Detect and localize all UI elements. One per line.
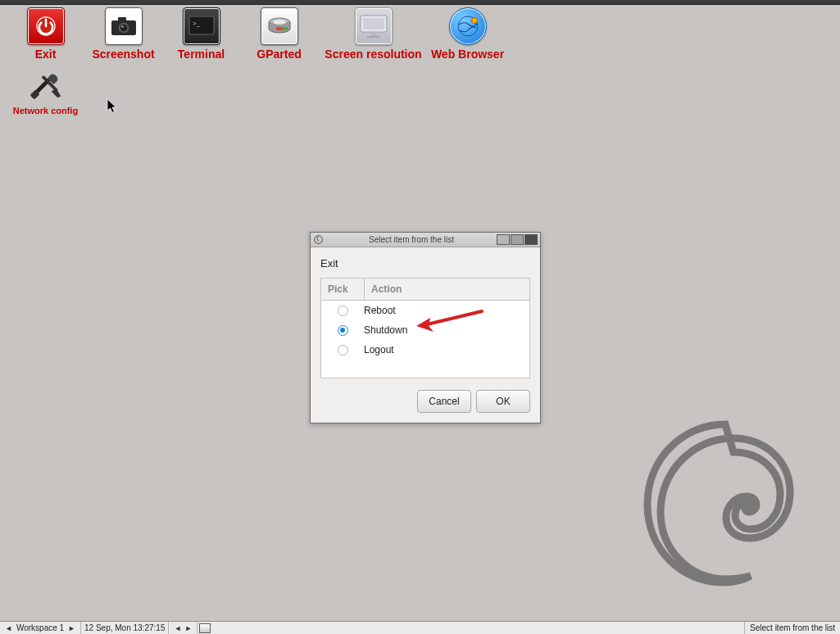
tools-icon (28, 67, 64, 103)
disk-icon (261, 7, 298, 45)
terminal-icon: >_ (183, 7, 220, 45)
desktop-icon-gparted[interactable]: GParted (240, 7, 318, 61)
debian-swirl-logo (611, 392, 815, 605)
window-maximize-button[interactable] (511, 234, 524, 245)
icon-label: Web Browser (431, 48, 504, 61)
desktop-icon-web-browser[interactable]: Web Browser (429, 7, 506, 61)
svg-rect-3 (118, 17, 126, 21)
dialog-button-row: Cancel OK (320, 390, 530, 413)
dialog-body: Exit Pick Action Reboot Shutdown Logout … (311, 247, 540, 423)
svg-rect-15 (370, 34, 377, 36)
desktop-icon-screen-resolution[interactable]: Screen resolution (318, 7, 429, 61)
desktop-icon-screenshot[interactable]: Screenshot (84, 7, 162, 61)
icon-label: Exit (35, 48, 57, 61)
svg-rect-12 (283, 27, 288, 30)
option-row-logout[interactable]: Logout (321, 340, 529, 360)
icon-label: Network config (13, 106, 78, 115)
desktop-icon-row-1: Exit Screenshot >_ Terminal GParted Scre… (0, 6, 840, 62)
dialog-title: Select item from the list (327, 235, 496, 244)
window-close-button[interactable] (524, 234, 538, 245)
svg-rect-14 (363, 18, 384, 29)
dialog-titlebar[interactable]: Select item from the list (311, 233, 540, 247)
globe-icon (449, 7, 487, 45)
window-list-nav[interactable]: ◄ ► (169, 622, 198, 634)
monitor-icon (355, 7, 393, 45)
window-minimize-button[interactable] (497, 234, 510, 245)
grid-header: Pick Action (321, 279, 529, 301)
svg-rect-11 (276, 27, 283, 30)
taskbar[interactable]: ◄ Workspace 1 ► 12 Sep, Mon 13:27:15 ◄ ►… (0, 621, 840, 634)
windowlist-prev-icon[interactable]: ◄ (172, 624, 183, 632)
clock-segment[interactable]: 12 Sep, Mon 13:27:15 (81, 622, 169, 634)
option-label: Logout (364, 344, 394, 355)
option-label: Reboot (364, 305, 396, 316)
icon-label: Screen resolution (325, 48, 421, 61)
option-label: Shutdown (364, 324, 407, 336)
active-window-label: Select item from the list (750, 623, 835, 632)
radio-reboot[interactable] (338, 306, 348, 316)
options-grid: Pick Action Reboot Shutdown Logout (320, 278, 530, 378)
icon-label: Terminal (178, 48, 225, 61)
radio-logout[interactable] (338, 345, 348, 355)
datetime-label: 12 Sep, Mon 13:27:15 (84, 623, 165, 632)
desktop-icon-row-2: Network config (0, 62, 840, 117)
svg-point-6 (121, 25, 123, 27)
workspace-prev-icon[interactable]: ◄ (3, 624, 14, 632)
dialog-heading: Exit (320, 257, 530, 269)
power-icon (27, 7, 65, 45)
workspace-label: Workspace 1 (14, 623, 66, 632)
workspace-switcher[interactable]: ◄ Workspace 1 ► (0, 622, 81, 634)
ok-button[interactable]: OK (476, 390, 530, 413)
desktop-icon-terminal[interactable]: >_ Terminal (162, 7, 240, 61)
column-header-pick: Pick (321, 279, 365, 300)
active-window-title[interactable]: Select item from the list (744, 622, 840, 634)
app-icon (313, 234, 324, 245)
cancel-button[interactable]: Cancel (417, 390, 471, 413)
exit-dialog: Select item from the list Exit Pick Acti… (310, 232, 541, 423)
option-row-shutdown[interactable]: Shutdown (321, 320, 529, 340)
svg-text:>_: >_ (193, 20, 201, 27)
icon-label: Screenshot (92, 48, 154, 61)
camera-icon (105, 7, 143, 45)
desktop-icon-exit[interactable]: Exit (7, 7, 84, 61)
svg-rect-16 (367, 36, 380, 38)
windowlist-next-icon[interactable]: ► (183, 624, 193, 632)
desktop-icon-network-config[interactable]: Network config (7, 67, 84, 115)
svg-point-10 (273, 20, 286, 25)
top-menu-bar[interactable] (0, 0, 840, 5)
icon-label: GParted (257, 48, 301, 61)
workspace-next-icon[interactable]: ► (66, 624, 77, 632)
column-header-action: Action (365, 279, 408, 300)
svg-point-5 (120, 25, 126, 31)
show-desktop-button[interactable] (199, 623, 211, 633)
radio-shutdown[interactable] (338, 325, 348, 336)
svg-point-18 (471, 18, 477, 24)
option-row-reboot[interactable]: Reboot (321, 301, 529, 320)
